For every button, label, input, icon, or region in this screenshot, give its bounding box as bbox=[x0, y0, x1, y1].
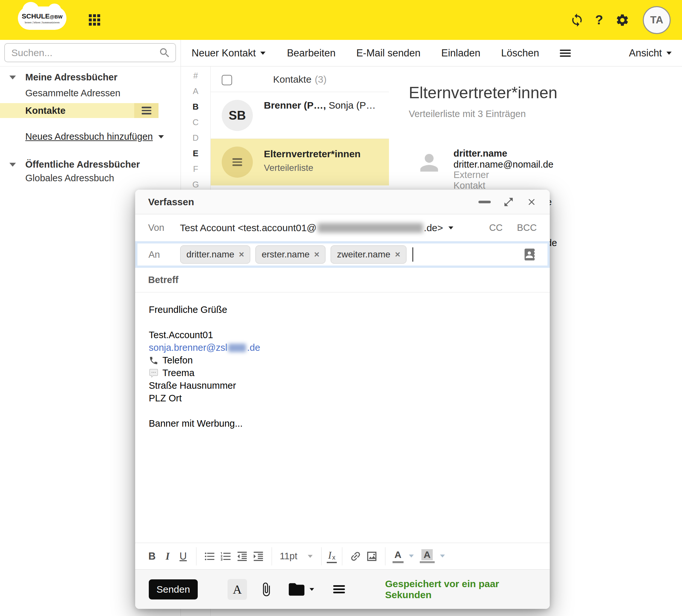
text-color-glyph: A bbox=[394, 549, 402, 560]
list-avatar bbox=[222, 146, 253, 178]
subject-label: Betreff bbox=[148, 275, 178, 285]
highlight-color-button[interactable]: A bbox=[418, 549, 437, 563]
sidebar-section-public-books[interactable]: Öffentliche Adressbücher bbox=[0, 159, 140, 170]
send-email-button[interactable]: E-Mail senden bbox=[356, 47, 420, 59]
text-color-dropdown[interactable] bbox=[408, 553, 415, 559]
contact-row-brenner[interactable]: SB Brenner (P…, Sonja (P… bbox=[211, 92, 389, 139]
indent-button[interactable] bbox=[250, 548, 267, 565]
body-messenger-line: Treema bbox=[149, 367, 536, 379]
rail-letter[interactable]: A bbox=[193, 83, 198, 99]
toolbar-divider bbox=[272, 547, 272, 565]
insert-link-button[interactable] bbox=[347, 548, 364, 565]
minimize-icon[interactable] bbox=[478, 201, 491, 203]
recipient-chip[interactable]: zweiter.name × bbox=[331, 246, 406, 264]
toolbar-menu-icon[interactable] bbox=[560, 50, 571, 57]
recipient-chips: dritter.name × erster.name × zweiter.nam… bbox=[180, 246, 407, 264]
outdent-button[interactable] bbox=[234, 548, 250, 565]
page-toolbar: Neuer Kontakt Bearbeiten E-Mail senden E… bbox=[181, 40, 682, 66]
search-input[interactable] bbox=[5, 47, 159, 59]
cc-button[interactable]: CC bbox=[489, 222, 503, 233]
sidebar-item-collected-addresses[interactable]: Gesammelte Adressen bbox=[25, 88, 120, 98]
remove-recipient-icon[interactable]: × bbox=[395, 249, 400, 260]
add-addressbook-link[interactable]: Neues Adressbuch hinzufügen bbox=[25, 131, 164, 142]
apps-grid-icon[interactable] bbox=[89, 14, 100, 26]
bcc-button[interactable]: BCC bbox=[517, 222, 537, 233]
numbered-list-button[interactable] bbox=[218, 548, 234, 565]
send-button[interactable]: Senden bbox=[149, 579, 198, 599]
body-banner: Banner mit Werbung... bbox=[149, 417, 536, 430]
menu-icon bbox=[142, 107, 151, 114]
invite-button[interactable]: Einladen bbox=[441, 47, 480, 59]
phone-label: Telefon bbox=[162, 354, 193, 367]
contacts-menu-button[interactable] bbox=[134, 103, 159, 118]
gear-icon[interactable] bbox=[615, 13, 630, 27]
remove-recipient-icon[interactable]: × bbox=[314, 249, 319, 260]
window-controls bbox=[478, 197, 537, 207]
contacts-label: Kontakte bbox=[25, 105, 66, 116]
from-label: Von bbox=[148, 222, 180, 233]
font-size-select[interactable]: 11pt bbox=[277, 551, 316, 562]
autosave-status: Gespeichert vor ein paar Sekunden bbox=[385, 578, 536, 600]
body-street: Straße Hausnummer bbox=[149, 379, 536, 392]
rail-letter[interactable]: F bbox=[193, 161, 198, 177]
contact-list-title: Kontakte (3) bbox=[211, 66, 389, 92]
save-folder-button[interactable] bbox=[287, 580, 315, 599]
help-action: ? bbox=[595, 0, 603, 40]
message-body[interactable]: Freundliche Grüße Test.Account01 sonja.b… bbox=[135, 292, 550, 543]
clear-format-glyph: I bbox=[328, 550, 331, 561]
sidebar-item-contacts[interactable]: Kontakte bbox=[0, 103, 159, 118]
cc-bcc-group: CC BCC bbox=[489, 222, 537, 233]
body-email-link[interactable]: sonja.brenner@zsl .de bbox=[149, 341, 536, 354]
addressbook-picker-icon[interactable] bbox=[522, 247, 537, 262]
toolbar-divider bbox=[321, 547, 322, 565]
compose-titlebar[interactable]: Verfassen bbox=[135, 190, 550, 214]
logo-title: SCHULE@BW bbox=[22, 12, 63, 20]
compose-options-icon[interactable] bbox=[333, 585, 345, 593]
sidebar-item-global-addressbook[interactable]: Globales Adressbuch bbox=[25, 173, 114, 183]
recipient-name: dritter.name bbox=[186, 249, 234, 260]
recipient-chip[interactable]: dritter.name × bbox=[180, 246, 250, 264]
from-select[interactable]: Test Account <test.account01@ .de> bbox=[180, 222, 454, 233]
my-books-label: Meine Adressbücher bbox=[25, 72, 117, 83]
font-settings-button[interactable]: A bbox=[228, 579, 247, 600]
body-greeting: Freundliche Grüße bbox=[149, 303, 536, 316]
folder-icon bbox=[287, 580, 306, 599]
rail-letter[interactable]: C bbox=[192, 114, 199, 130]
insert-image-button[interactable] bbox=[364, 548, 380, 565]
view-label: Ansicht bbox=[629, 47, 662, 59]
close-icon[interactable] bbox=[526, 197, 537, 207]
italic-button[interactable]: I bbox=[160, 548, 175, 565]
expand-icon[interactable] bbox=[503, 197, 514, 207]
bold-button[interactable]: B bbox=[144, 548, 160, 565]
underline-button[interactable]: U bbox=[175, 548, 191, 565]
bullet-list-button[interactable] bbox=[202, 548, 218, 565]
clear-formatting-button[interactable]: I x bbox=[327, 550, 337, 563]
email-link-suffix: .de bbox=[247, 341, 260, 354]
remove-recipient-icon[interactable]: × bbox=[239, 249, 244, 260]
sidebar-section-my-books[interactable]: Meine Adressbücher bbox=[0, 72, 117, 83]
recipient-chip[interactable]: erster.name × bbox=[255, 246, 325, 264]
search-box bbox=[4, 43, 176, 62]
help-icon[interactable]: ? bbox=[595, 13, 603, 27]
to-row[interactable]: An dritter.name × erster.name × zweiter.… bbox=[135, 241, 550, 268]
rail-letter[interactable]: D bbox=[192, 130, 199, 145]
avatar[interactable]: TA bbox=[643, 6, 670, 34]
edit-button[interactable]: Bearbeiten bbox=[287, 47, 336, 59]
logo-tagline: lernen | lehren | kommunizieren bbox=[25, 21, 60, 24]
delete-button[interactable]: Löschen bbox=[501, 47, 539, 59]
rail-letter[interactable]: E bbox=[193, 145, 198, 161]
highlight-color-dropdown[interactable] bbox=[439, 553, 446, 559]
new-contact-button[interactable]: Neuer Kontakt bbox=[191, 47, 266, 59]
avatar: SB bbox=[222, 100, 253, 131]
rail-letter[interactable]: # bbox=[193, 68, 198, 83]
refresh-icon[interactable] bbox=[570, 13, 584, 27]
subject-row[interactable]: Betreff bbox=[135, 268, 550, 292]
view-button[interactable]: Ansicht bbox=[629, 47, 672, 59]
new-contact-label: Neuer Kontakt bbox=[191, 47, 256, 59]
text-color-button[interactable]: A bbox=[391, 549, 406, 563]
recipient-name: zweiter.name bbox=[337, 249, 390, 260]
rail-letter[interactable]: B bbox=[192, 99, 199, 114]
chevron-down-icon bbox=[666, 51, 672, 55]
attach-file-icon[interactable] bbox=[259, 582, 274, 597]
contact-row-list-selected[interactable]: Elternvertreter*innen Verteilerliste bbox=[211, 139, 389, 185]
